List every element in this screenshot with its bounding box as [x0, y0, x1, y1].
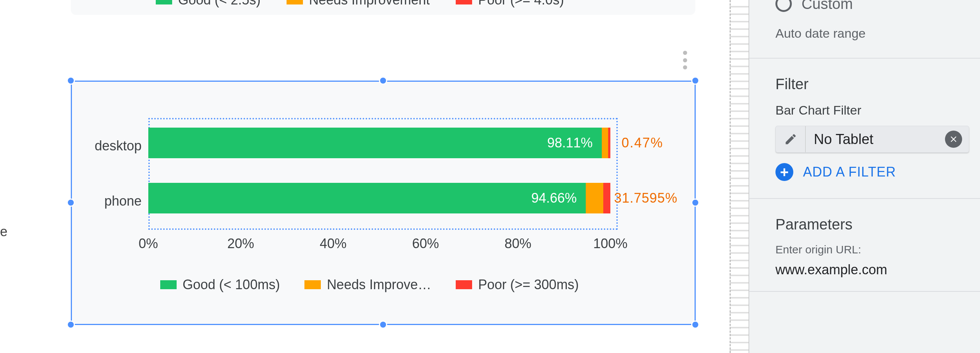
filter-chip[interactable]: No Tablet — [775, 126, 969, 153]
bar-good — [148, 128, 602, 158]
canvas-ruler — [730, 0, 749, 353]
bar-row-phone: 94.66% — [148, 183, 610, 214]
x-tick: 0% — [138, 236, 158, 251]
resize-handle-icon[interactable] — [67, 198, 75, 207]
filter-chip-label: No Tablet — [806, 131, 945, 147]
poor-swatch-icon — [456, 280, 472, 289]
bar-row-desktop: 98.11% — [148, 128, 610, 158]
chart-legend: Good (< 100ms) Needs Improve… Poor (>= 3… — [160, 277, 603, 292]
parameter-label: Enter origin URL: — [775, 243, 969, 256]
overflow-value-labels-phone: 31.7595% — [614, 190, 678, 206]
value-label-good: 98.11% — [547, 128, 592, 158]
value-label-good: 94.66% — [531, 183, 577, 214]
legend-good-label: Good (< 100ms) — [183, 277, 280, 292]
overflow-value-labels-desktop: 0.47% — [622, 135, 663, 151]
category-label-desktop: desktop — [75, 138, 142, 154]
bar-needs — [602, 128, 608, 158]
parameters-section-heading: Parameters — [775, 216, 969, 233]
close-icon — [949, 134, 958, 144]
resize-handle-icon[interactable] — [379, 321, 387, 329]
resize-handle-icon[interactable] — [67, 321, 75, 329]
previous-chart-legend: Good (< 2.5s) Needs Improvement Poor (>=… — [156, 0, 590, 11]
date-range-custom-option[interactable]: Custom — [775, 0, 969, 19]
bar-poor — [603, 183, 610, 214]
good-swatch-icon — [156, 0, 172, 5]
bar-poor — [608, 128, 610, 158]
resize-handle-icon[interactable] — [691, 198, 699, 207]
resize-handle-icon[interactable] — [691, 321, 699, 329]
poor-swatch-icon — [456, 0, 472, 5]
category-label-phone: phone — [75, 193, 142, 209]
bar-good — [148, 183, 586, 214]
needs-swatch-icon — [304, 280, 321, 289]
resize-handle-icon[interactable] — [691, 77, 699, 85]
add-filter-button[interactable]: + ADD A FILTER — [775, 163, 969, 181]
x-tick: 100% — [593, 236, 627, 251]
date-range-custom-label: Custom — [802, 0, 853, 12]
pencil-icon — [784, 133, 797, 146]
add-filter-label: ADD A FILTER — [803, 164, 896, 180]
x-tick: 20% — [227, 236, 254, 251]
edit-filter-button[interactable] — [776, 126, 806, 152]
legend-needs-label: Needs Improvement — [309, 0, 430, 8]
filter-section-heading: Filter — [775, 76, 969, 93]
legend-poor-label: Poor (>= 300ms) — [478, 277, 579, 292]
plus-circle-icon: + — [775, 163, 793, 181]
auto-date-range-text[interactable]: Auto date range — [775, 26, 969, 41]
chart-more-menu-button[interactable] — [678, 51, 692, 69]
remove-filter-button[interactable] — [945, 131, 962, 148]
legend-poor-label: Poor (>= 4.0s) — [478, 0, 564, 8]
parameter-value[interactable]: www.example.com — [775, 262, 969, 278]
x-tick: 40% — [320, 236, 347, 251]
bar-needs — [586, 183, 603, 214]
truncated-left-text: e — [0, 224, 8, 240]
legend-needs-label: Needs Improve… — [327, 277, 431, 292]
filter-subheading: Bar Chart Filter — [775, 103, 969, 118]
resize-handle-icon[interactable] — [67, 77, 75, 85]
needs-swatch-icon — [286, 0, 303, 5]
x-tick: 60% — [412, 236, 439, 251]
legend-good-label: Good (< 2.5s) — [178, 0, 261, 8]
resize-handle-icon[interactable] — [379, 77, 387, 85]
properties-panel: Custom Auto date range Filter Bar Chart … — [749, 0, 980, 353]
x-axis: 0% 20% 40% 60% 80% 100% — [148, 236, 610, 254]
good-swatch-icon — [160, 280, 177, 289]
x-tick: 80% — [504, 236, 531, 251]
radio-unchecked-icon — [775, 0, 792, 12]
